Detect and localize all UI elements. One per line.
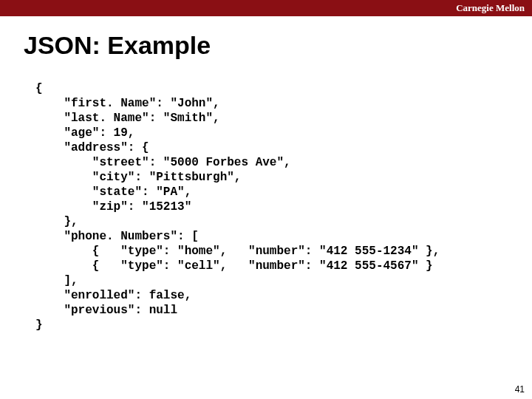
brand-text: Carnegie Mellon [456, 2, 525, 14]
brand-bar: Carnegie Mellon [0, 0, 532, 16]
page-title: JSON: Example [24, 31, 211, 60]
slide: Carnegie Mellon JSON: Example { "first. … [0, 0, 532, 399]
page-number: 41 [515, 384, 525, 395]
code-block: { "first. Name": "John", "last. Name": "… [35, 81, 440, 332]
